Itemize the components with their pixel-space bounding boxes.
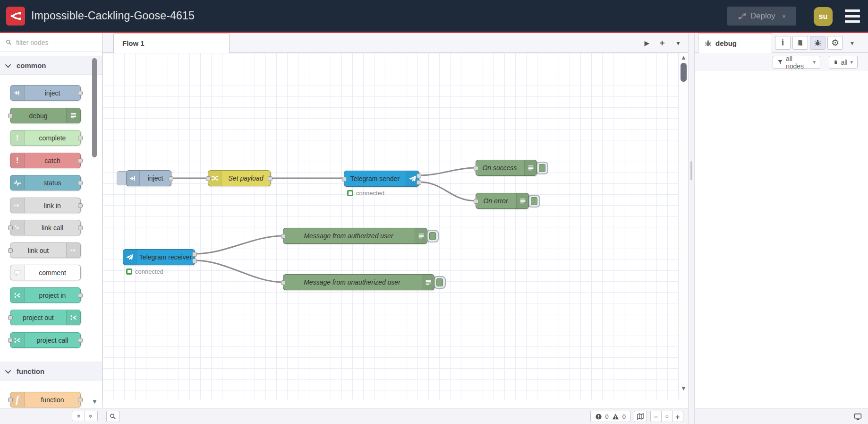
canvas-vscroll-thumb[interactable] — [681, 63, 687, 82]
open-debug-window-button[interactable] — [851, 411, 864, 422]
tab-debug-button[interactable] — [810, 36, 825, 50]
output-port[interactable] — [78, 158, 83, 163]
output-port[interactable] — [78, 181, 83, 185]
debug-toggle-button[interactable] — [528, 195, 540, 208]
search-flows-button[interactable] — [106, 411, 119, 422]
output-port[interactable] — [268, 176, 272, 181]
input-port[interactable] — [8, 398, 13, 402]
input-port[interactable] — [8, 113, 13, 118]
wire[interactable] — [195, 260, 283, 282]
debug-toggle-button[interactable] — [434, 276, 446, 289]
navigator-button[interactable] — [634, 411, 647, 422]
palette-node-link-out[interactable]: link out — [10, 242, 81, 258]
palette-node-label: link out — [10, 243, 66, 258]
palette-node-label: status — [25, 175, 80, 190]
node-set-payload[interactable]: Set payload — [208, 170, 271, 186]
palette-node-inject[interactable]: inject — [10, 85, 81, 101]
comment-bubble-icon — [10, 265, 25, 280]
deploy-caret-icon[interactable]: ▾ — [783, 13, 786, 20]
palette-node-project-out[interactable]: project out — [10, 310, 81, 325]
node-on-error[interactable]: On error — [476, 193, 529, 209]
debug-toggle-button[interactable] — [536, 162, 548, 174]
palette-category-function[interactable]: function — [0, 362, 102, 381]
debug-clear-button[interactable]: all ▾ — [829, 56, 858, 69]
tab-config-button[interactable]: ⚙ — [827, 36, 843, 50]
flow-tab[interactable]: Flow 1 — [113, 33, 230, 53]
canvas-vertical-scrollbar[interactable] — [679, 53, 688, 399]
output-port[interactable] — [78, 398, 83, 402]
palette-search-input[interactable] — [15, 38, 91, 47]
output-port[interactable] — [78, 293, 83, 298]
palette-search[interactable] — [0, 33, 102, 52]
input-port[interactable] — [342, 177, 347, 182]
wire[interactable] — [195, 236, 283, 254]
flow-list-button[interactable]: ▾ — [672, 37, 684, 49]
palette-node-project-call[interactable]: project call — [10, 332, 81, 348]
debug-filter-button[interactable]: all nodes ▾ — [773, 56, 820, 69]
palette-node-catch[interactable]: ! catch — [10, 153, 81, 168]
expand-all-button[interactable]: » — [85, 411, 98, 421]
node-telegram-sender[interactable]: Telegram sender — [344, 171, 419, 187]
zoom-in-button[interactable]: + — [672, 411, 683, 422]
tab-help-button[interactable] — [792, 36, 808, 50]
palette-node-comment[interactable]: comment — [10, 265, 81, 280]
palette-node-link-call[interactable]: link call — [10, 220, 81, 235]
palette-node-function[interactable]: f function — [10, 392, 81, 407]
input-port[interactable] — [474, 166, 478, 171]
output-port[interactable] — [78, 338, 83, 343]
zoom-reset-button[interactable]: ○ — [661, 411, 672, 422]
flow-canvas[interactable]: inject Set payload Telegram sender conne… — [102, 53, 688, 399]
input-port[interactable] — [8, 315, 13, 320]
wire[interactable] — [419, 168, 476, 175]
collapse-all-button[interactable]: » — [72, 411, 85, 421]
output-port-1[interactable] — [192, 252, 197, 257]
main-menu-button[interactable] — [845, 9, 860, 23]
sidebar-tabs-menu-button[interactable]: ▾ — [851, 39, 854, 47]
notifications-status[interactable]: 0 0 — [590, 411, 630, 422]
debug-toggle-button[interactable] — [426, 230, 439, 242]
input-port[interactable] — [8, 248, 13, 253]
next-tab-button[interactable]: ▶ — [641, 37, 653, 49]
node-msg-unauthorized[interactable]: Message from unautherized user — [283, 274, 434, 290]
sidebar-separator[interactable] — [688, 33, 695, 424]
tab-info-button[interactable]: i — [775, 36, 791, 50]
zoom-out-button[interactable]: − — [650, 411, 662, 422]
scroll-left-icon[interactable]: ◀ — [105, 398, 110, 399]
palette-node-project-in[interactable]: project in — [10, 287, 81, 303]
output-port[interactable] — [78, 91, 83, 95]
output-port-2[interactable] — [417, 180, 421, 185]
node-telegram-receiver[interactable]: Telegram receiver — [123, 249, 195, 265]
user-avatar[interactable]: su — [814, 7, 833, 26]
wire[interactable] — [419, 182, 476, 201]
add-flow-button[interactable]: + — [656, 37, 668, 49]
output-port-1[interactable] — [417, 173, 421, 178]
palette-scroll-down-icon[interactable]: ▼ — [92, 398, 98, 405]
input-port[interactable] — [281, 280, 286, 285]
palette-node-complete[interactable]: ! complete — [10, 130, 81, 146]
palette-node-link-in[interactable]: link in — [10, 198, 81, 213]
deploy-button[interactable]: Deploy ▾ — [727, 7, 796, 26]
palette-node-status[interactable]: status — [10, 175, 81, 190]
input-port[interactable] — [8, 338, 13, 343]
output-port-2[interactable] — [192, 259, 197, 263]
output-port[interactable] — [169, 176, 173, 181]
scroll-right-icon[interactable]: ▶ — [664, 398, 669, 399]
node-on-success[interactable]: On success — [476, 160, 537, 176]
input-port[interactable] — [206, 176, 211, 181]
scroll-up-icon[interactable]: ▲ — [681, 54, 687, 61]
node-inject[interactable]: inject — [126, 170, 171, 186]
palette-scrollbar-thumb[interactable] — [92, 58, 97, 157]
debug-toolbar: all nodes ▾ all ▾ — [695, 53, 868, 71]
tab-debug[interactable]: debug — [698, 33, 772, 53]
palette-node-debug[interactable]: debug — [10, 108, 81, 123]
input-port[interactable] — [281, 234, 286, 239]
palette-category-common[interactable]: common — [0, 56, 102, 75]
output-port[interactable] — [78, 203, 83, 208]
output-port[interactable] — [78, 225, 83, 230]
separator-handle[interactable] — [690, 161, 692, 180]
input-port[interactable] — [474, 199, 478, 204]
scroll-down-icon[interactable]: ▼ — [681, 385, 687, 392]
input-port[interactable] — [8, 225, 13, 230]
node-msg-authorized[interactable]: Message from autherized user — [283, 228, 427, 244]
output-port[interactable] — [78, 136, 83, 140]
